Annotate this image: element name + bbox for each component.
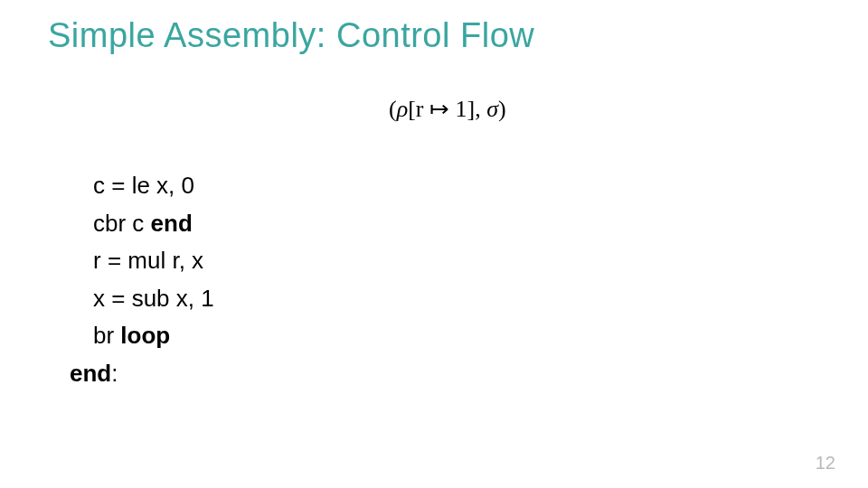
code-line-3: r = mul r, x xyxy=(70,242,214,280)
state-formula: (ρ[r ↦ 1], σ) xyxy=(389,95,506,123)
rho-symbol: ρ xyxy=(397,96,408,122)
label-end: end xyxy=(151,210,193,237)
code-line-1: c = le x, 0 xyxy=(70,167,214,205)
paren-open: ( xyxy=(389,96,397,122)
label-loop: loop xyxy=(120,322,170,349)
sigma-symbol: σ xyxy=(486,96,498,122)
rbracket: ] xyxy=(467,96,476,122)
code-line-5: br loop xyxy=(70,317,214,355)
comma: , xyxy=(475,96,486,122)
code-text: cbr c xyxy=(93,210,151,237)
slide-title: Simple Assembly: Control Flow xyxy=(48,16,534,55)
code-text: x = sub x, 1 xyxy=(93,285,214,312)
mapsto: ↦ xyxy=(424,96,456,122)
code-line-2: cbr c end xyxy=(70,205,214,243)
page-number: 12 xyxy=(816,453,835,474)
code-text: br xyxy=(93,322,120,349)
code-line-6: end: xyxy=(70,355,214,393)
var-r: r xyxy=(416,96,424,122)
code-text: c = le x, 0 xyxy=(93,172,194,199)
code-text: r = mul r, x xyxy=(93,247,203,274)
value-one: 1 xyxy=(456,96,467,122)
assembly-code: c = le x, 0 cbr c end r = mul r, x x = s… xyxy=(70,167,214,393)
lbracket: [ xyxy=(408,96,416,122)
slide: Simple Assembly: Control Flow (ρ[r ↦ 1],… xyxy=(0,0,868,488)
paren-close: ) xyxy=(498,96,506,122)
code-line-4: x = sub x, 1 xyxy=(70,280,214,318)
colon: : xyxy=(111,360,118,387)
label-end-def: end xyxy=(70,360,111,387)
